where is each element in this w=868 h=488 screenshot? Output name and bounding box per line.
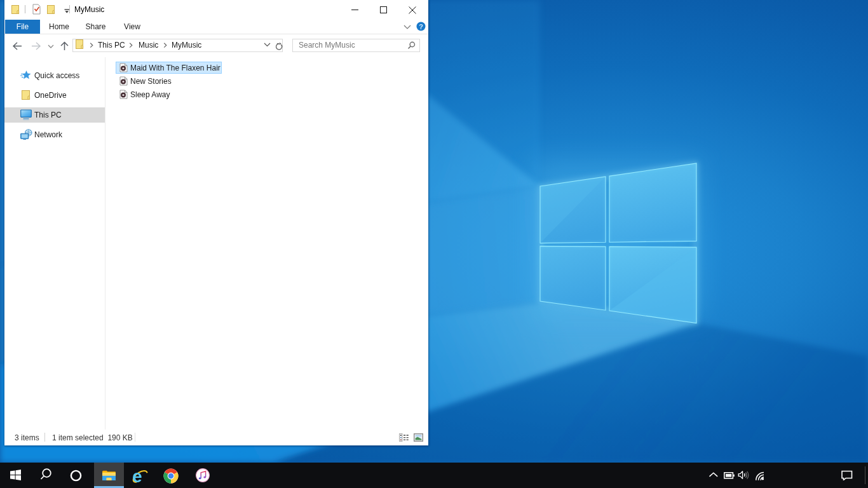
- svg-text:e: e: [132, 468, 142, 484]
- svg-text:?: ?: [419, 23, 423, 30]
